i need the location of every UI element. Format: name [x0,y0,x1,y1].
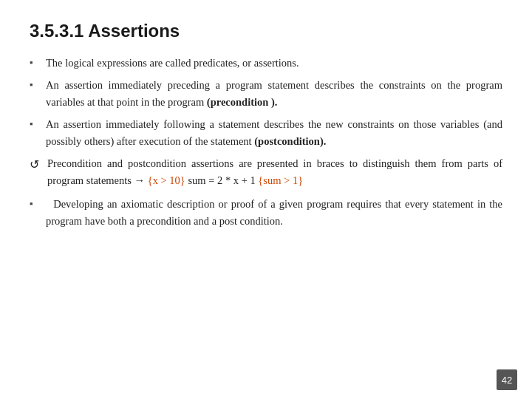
bullet-text-2: An assertion immediately preceding a pro… [46,77,502,110]
bullet-item-4: ↺ Precondition and postcondition asserti… [30,155,502,188]
orange-text-2: {sum > 1} [258,174,303,186]
bullet-square-1: ▪ [30,55,41,70]
content-area: ▪ The logical expressions are called pre… [30,55,502,229]
slide-title: 3.5.3.1 Assertions [30,21,502,41]
ring-arrow-icon: ↺ [30,156,44,174]
page-number: 42 [497,369,517,390]
bullet-text-4: Precondition and postcondition assertion… [47,155,502,188]
bullet-text-5: Developing an axiomatic description or p… [46,196,502,229]
bullet-item-3: ▪ An assertion immediately following a s… [30,116,502,149]
bullet-square-2: ▪ [30,78,41,92]
bullet-item-1: ▪ The logical expressions are called pre… [30,55,502,71]
bullet-text-1: The logical expressions are called predi… [46,55,502,71]
bullet-item-5: ▪ Developing an axiomatic description or… [30,196,502,229]
bullet-item-2: ▪ An assertion immediately preceding a p… [30,77,502,110]
precondition-bold: (precondition ). [207,96,278,108]
slide: 3.5.3.1 Assertions ▪ The logical express… [0,0,532,399]
postcondition-bold: (postcondition). [254,135,326,147]
orange-text-1: {x > 10} [148,174,185,186]
bullet-text-3: An assertion immediately following a sta… [46,116,502,149]
bullet-square-3: ▪ [30,117,41,132]
bullet-square-5: ▪ [30,197,41,211]
